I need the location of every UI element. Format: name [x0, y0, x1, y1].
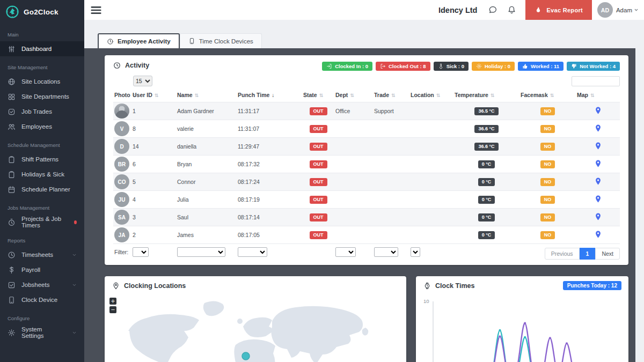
sidebar-item-payroll[interactable]: Payroll: [0, 262, 84, 277]
evac-report-button[interactable]: Evac Report: [525, 0, 592, 20]
filter-select-punch-time[interactable]: [238, 247, 267, 257]
tab-time-clock-devices[interactable]: Time Clock Devices: [180, 33, 262, 48]
clipboard-icon: [8, 156, 16, 164]
sort-icon[interactable]: ⇅: [155, 93, 159, 98]
sidebar-item-label: Holidays & Sick: [21, 171, 64, 178]
employee-initials-avatar[interactable]: D: [114, 139, 129, 154]
map-pin-button[interactable]: [594, 141, 602, 151]
map-pin-button[interactable]: [594, 176, 602, 186]
hamburger-menu-icon[interactable]: [90, 4, 103, 17]
sidebar-item-system-settings[interactable]: System Settings: [0, 325, 84, 340]
pagination-previous-button[interactable]: Previous: [545, 248, 580, 260]
column-header-location[interactable]: Location⇅: [409, 89, 453, 102]
sidebar-item-schedule-planner[interactable]: Schedule Planner: [0, 182, 84, 197]
employee-initials-avatar[interactable]: JU: [114, 192, 129, 207]
table-search-input[interactable]: [572, 76, 620, 86]
column-header-trade[interactable]: Trade⇅: [373, 89, 409, 102]
sidebar-item-job-trades[interactable]: Job Trades: [0, 104, 84, 119]
employee-initials-avatar[interactable]: CO: [114, 174, 129, 189]
go2clock-logo-icon: [5, 5, 19, 19]
sort-icon[interactable]: ⇅: [391, 93, 396, 98]
notifications-bell-icon[interactable]: [507, 5, 516, 14]
status-badge-clocked-out[interactable]: Clocked Out : 8: [376, 62, 430, 71]
user-avatar[interactable]: AD: [597, 2, 613, 18]
clocking-location-marker[interactable]: [242, 352, 250, 360]
facemask-badge: NO: [540, 143, 555, 151]
sidebar-item-shift-patterns[interactable]: Shift Patterns: [0, 152, 84, 167]
column-header-user-id[interactable]: User ID⇅: [131, 89, 176, 102]
filter-select-user-id[interactable]: [133, 247, 149, 257]
world-map[interactable]: [105, 295, 406, 362]
column-header-facemask[interactable]: Facemask⇅: [519, 89, 576, 102]
notification-dot: [74, 220, 77, 224]
map-pin-button[interactable]: [594, 212, 602, 221]
sidebar-item-clock-device[interactable]: Clock Device: [0, 292, 84, 307]
status-badge-worked[interactable]: Worked : 11: [518, 62, 564, 71]
filter-select-trade[interactable]: [374, 247, 398, 257]
employee-initials-avatar[interactable]: JA: [114, 227, 129, 242]
employee-initials-avatar[interactable]: SA: [114, 210, 129, 225]
employee-initials-avatar[interactable]: V: [114, 121, 129, 136]
column-header-temperature[interactable]: Temperature⇅: [453, 89, 519, 102]
column-header-punch-time[interactable]: Punch Time↓: [237, 89, 302, 102]
sidebar-section-label: Jobs Management: [0, 197, 84, 215]
employee-photo-avatar[interactable]: [114, 104, 129, 119]
sort-desc-icon[interactable]: ↓: [272, 92, 274, 98]
employee-initials-avatar[interactable]: BR: [114, 157, 129, 172]
user-name[interactable]: Adam: [616, 7, 632, 13]
pagination: Previous 1 Next: [545, 248, 620, 260]
cell-state: OUT: [302, 156, 334, 173]
status-badge-label: Sick : 0: [447, 63, 464, 69]
cell-photo: V: [113, 120, 131, 138]
sort-icon[interactable]: ⇅: [491, 93, 495, 98]
sidebar-item-site-locations[interactable]: Site Locations: [0, 74, 84, 89]
sort-icon[interactable]: ⇅: [590, 93, 595, 98]
column-header-name[interactable]: Name⇅: [176, 89, 237, 102]
sort-icon[interactable]: ⇅: [319, 93, 324, 98]
sidebar-item-jobsheets[interactable]: Jobsheets: [0, 277, 84, 292]
sidebar-item-timesheets[interactable]: Timesheets: [0, 247, 84, 262]
app-logo[interactable]: Go2Clock: [0, 0, 84, 24]
chat-icon[interactable]: [488, 5, 497, 14]
filter-select-dept[interactable]: [335, 247, 356, 257]
cell-punch-time: 11:29:47: [237, 138, 302, 156]
map-pin-button[interactable]: [594, 106, 602, 115]
status-badge-not-worked[interactable]: Not Worked : 4: [567, 62, 620, 71]
status-badge-sick[interactable]: Sick : 0: [434, 62, 469, 71]
column-header-photo[interactable]: Photo⇅: [113, 89, 131, 102]
sidebar-item-holidays-sick[interactable]: Holidays & Sick: [0, 167, 84, 182]
cell-map: [576, 209, 620, 226]
filter-select-name[interactable]: [177, 247, 225, 257]
map-zoom-out-button[interactable]: −: [109, 306, 116, 313]
map-pin-button[interactable]: [594, 194, 602, 204]
tab-employee-activity[interactable]: Employee Activity: [98, 33, 180, 48]
user-menu-chevron-down-icon[interactable]: [634, 8, 639, 12]
sidebar-item-dashboard[interactable]: Dashboard: [0, 41, 84, 56]
activity-title: Activity: [125, 62, 149, 69]
sort-icon[interactable]: ⇅: [350, 93, 354, 98]
sort-icon[interactable]: ⇅: [550, 93, 554, 98]
filter-select-location[interactable]: [411, 247, 420, 257]
column-header-dept[interactable]: Dept⇅: [334, 89, 373, 102]
sidebar-item-employees[interactable]: Employees: [0, 119, 84, 134]
clocking-locations-title: Clocking Locations: [124, 282, 186, 290]
sort-icon[interactable]: ⇅: [195, 93, 199, 98]
arrow-in-icon: [326, 63, 332, 69]
badge-check-icon: [8, 108, 16, 116]
map-zoom-in-button[interactable]: +: [109, 298, 116, 305]
column-header-state[interactable]: State⇅: [302, 89, 334, 102]
status-badge-clocked-in[interactable]: Clocked In : 0: [322, 62, 372, 71]
map-pin-button[interactable]: [594, 159, 602, 168]
column-header-map[interactable]: Map⇅: [576, 89, 620, 102]
sidebar-item-projects-job-timers[interactable]: Projects & Job Timers: [0, 215, 84, 230]
pagination-next-button[interactable]: Next: [595, 248, 620, 260]
evac-report-label: Evac Report: [546, 7, 583, 13]
thermometer-icon: [438, 63, 444, 69]
sidebar-item-site-departments[interactable]: Site Departments: [0, 89, 84, 104]
sort-icon[interactable]: ⇅: [436, 93, 441, 98]
page-size-select[interactable]: 15: [133, 76, 152, 86]
map-pin-button[interactable]: [594, 123, 602, 133]
map-pin-button[interactable]: [594, 230, 602, 239]
pagination-page-1-button[interactable]: 1: [580, 248, 596, 260]
status-badge-holiday[interactable]: Holiday : 0: [472, 62, 515, 71]
